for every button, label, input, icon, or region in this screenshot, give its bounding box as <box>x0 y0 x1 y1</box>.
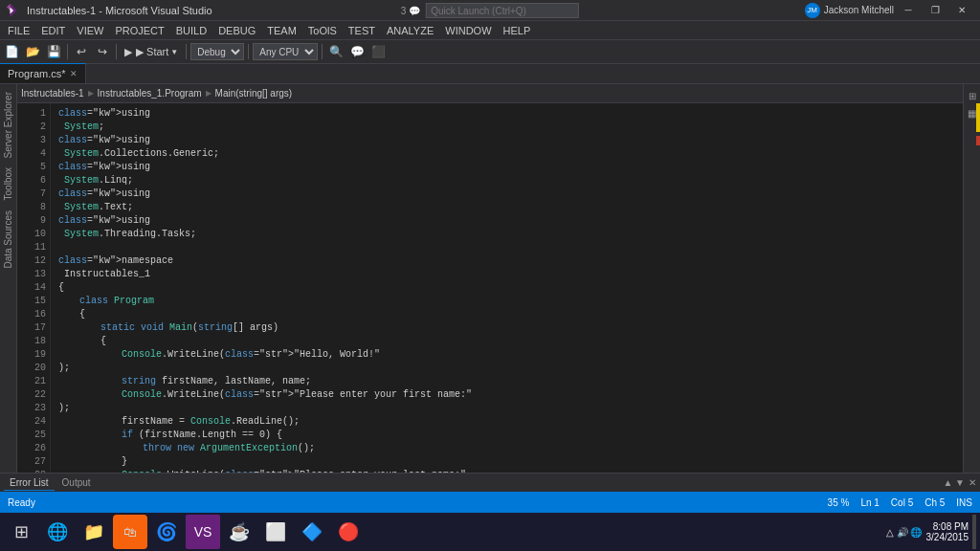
open-button[interactable]: 📂 <box>23 42 42 61</box>
title-text: Instructables-1 - Microsoft Visual Studi… <box>27 5 212 16</box>
nav-method: Main(string[] args) <box>215 88 293 99</box>
menu-item-project[interactable]: PROJECT <box>109 21 169 40</box>
tab-output[interactable]: Output <box>56 475 97 491</box>
menu-item-edit[interactable]: EDIT <box>35 21 71 40</box>
clock-time: 8:08 PM <box>926 521 969 532</box>
clock-date: 3/24/2015 <box>926 532 969 542</box>
close-button[interactable]: ✕ <box>949 1 974 20</box>
menu-item-tools[interactable]: ToOlS <box>302 21 343 40</box>
start-label: ▶ Start <box>136 46 168 58</box>
system-tray-icons: △ 🔊 🌐 <box>886 527 923 538</box>
taskbar-app1-icon[interactable]: 🔷 <box>295 515 329 549</box>
undo-button[interactable]: ↩ <box>72 42 91 61</box>
nav-arrow-2: ▶ <box>206 89 212 98</box>
taskbar-windows-icon[interactable]: ⬜ <box>258 515 293 549</box>
sidebar-item-toolbox[interactable]: Toolbox <box>1 164 15 204</box>
menu-item-debug[interactable]: DEBUG <box>212 21 261 40</box>
menu-item-analyze[interactable]: ANALYZE <box>381 21 439 40</box>
title-search-area: 3 💬 <box>401 3 579 18</box>
taskbar-ie-icon[interactable]: 🌐 <box>40 515 75 549</box>
status-right: 35 % Ln 1 Col 5 Ch 5 INS <box>828 497 972 508</box>
editor-area: Instructables-1 ▶ Instructables_1.Progra… <box>17 84 963 473</box>
bottom-panel-close[interactable]: ✕ <box>969 477 976 488</box>
notification-badge: 3 💬 <box>401 6 420 16</box>
breakpoint-button[interactable]: ⬛ <box>368 42 388 61</box>
platform-select[interactable]: Any CPU <box>253 43 318 60</box>
breadcrumb: Instructables-1 ▶ Instructables_1.Progra… <box>17 84 963 103</box>
user-info: JM Jackson Mitchell <box>805 3 894 18</box>
taskbar-java-icon[interactable]: ☕ <box>222 515 256 549</box>
toolbar: 📄 📂 💾 ↩ ↪ ▶ ▶ Start ▼ Debug Any CPU 🔍 💬 … <box>0 40 980 64</box>
taskbar-app2-icon[interactable]: 🔴 <box>331 515 366 549</box>
menu-item-help[interactable]: HELP <box>498 21 537 40</box>
code-content: 1234567891011121314151617181920212223242… <box>17 103 963 473</box>
sidebar-item-server-explorer[interactable]: Server Explorer <box>1 88 15 162</box>
build-config-select[interactable]: Debug <box>190 43 244 60</box>
user-name: Jackson Mitchell <box>824 5 894 15</box>
play-icon: ▶ <box>124 46 132 58</box>
status-ch: Ch 5 <box>924 497 945 508</box>
start-button[interactable]: ⊞ <box>4 515 38 549</box>
right-sidebar: ⊞ ▦ <box>963 84 980 473</box>
status-ready: Ready <box>8 497 35 508</box>
menu-item-window[interactable]: WINDOW <box>439 21 497 40</box>
quick-launch-input[interactable] <box>426 3 579 18</box>
status-bar: Ready 35 % Ln 1 Col 5 Ch 5 INS <box>0 492 980 513</box>
tab-error-list[interactable]: Error List <box>4 475 55 491</box>
restore-button[interactable]: ❐ <box>923 1 947 20</box>
left-sidebar-tabs: Server Explorer Toolbox Data Sources <box>0 84 17 473</box>
windows-icon: ⊞ <box>14 521 29 542</box>
show-desktop-button[interactable] <box>972 515 976 549</box>
bottom-panel-tabs: Error List Output <box>4 475 97 491</box>
status-left: Ready <box>8 497 820 508</box>
menu-item-team[interactable]: TEAM <box>261 21 302 40</box>
status-col: Col 5 <box>891 497 913 508</box>
bottom-panel-controls: ▲ ▼ ✕ <box>943 477 976 488</box>
windows-taskbar: ⊞ 🌐 📁 🛍 🌀 VS ☕ ⬜ 🔷 🔴 △ 🔊 🌐 8:08 PM 3/24/… <box>0 513 980 551</box>
zoom-level: 35 % <box>828 497 850 508</box>
tab-label: Program.cs* <box>8 68 66 79</box>
bottom-panel: Error List Output ▲ ▼ ✕ <box>0 473 980 492</box>
comment-button[interactable]: 💬 <box>347 42 367 61</box>
vs-icon <box>6 3 21 18</box>
toolbar-separator-2 <box>116 44 117 59</box>
search-button[interactable]: 🔍 <box>326 42 345 61</box>
menu-item-build[interactable]: BUILD <box>170 21 212 40</box>
scrollbar-accent <box>976 84 980 473</box>
start-dropdown-arrow: ▼ <box>170 48 178 56</box>
nav-arrow-1: ▶ <box>88 89 94 98</box>
save-button[interactable]: 💾 <box>44 42 63 61</box>
new-button[interactable]: 📄 <box>2 42 21 61</box>
title-bar-left: Instructables-1 - Microsoft Visual Studi… <box>6 3 212 18</box>
title-bar-controls: JM Jackson Mitchell ─ ❐ ✕ <box>805 1 974 20</box>
tab-program-cs-modified[interactable]: Program.cs* ✕ <box>0 63 86 83</box>
clock: 8:08 PM 3/24/2015 <box>926 521 969 542</box>
menu-item-test[interactable]: TEST <box>343 21 381 40</box>
redo-button[interactable]: ↪ <box>93 42 112 61</box>
scroll-red-marker <box>976 136 980 145</box>
line-numbers: 1234567891011121314151617181920212223242… <box>17 103 51 473</box>
scroll-yellow-marker <box>976 103 980 132</box>
taskbar-chrome-icon[interactable]: 🌀 <box>149 515 184 549</box>
nav-project: Instructables-1 <box>21 88 84 99</box>
document-tabs: Program.cs* ✕ <box>0 64 980 84</box>
bottom-panel-collapse[interactable]: ▲ ▼ <box>943 477 965 488</box>
toolbar-separator-3 <box>186 44 187 59</box>
taskbar-system-tray: △ 🔊 🌐 8:08 PM 3/24/2015 <box>886 515 976 549</box>
menu-bar: FILEEDITVIEWPROJECTBUILDDEBUGTEAMToOlSTE… <box>0 21 980 40</box>
taskbar-vs-icon[interactable]: VS <box>186 515 220 549</box>
sidebar-item-data-sources[interactable]: Data Sources <box>1 207 15 273</box>
minimize-button[interactable]: ─ <box>896 1 921 20</box>
menu-item-file[interactable]: FILE <box>2 21 35 40</box>
status-ins: INS <box>956 497 972 508</box>
start-button[interactable]: ▶ ▶ Start ▼ <box>121 43 182 60</box>
toolbar-separator-5 <box>322 44 323 59</box>
menu-item-view[interactable]: VIEW <box>71 21 109 40</box>
status-line: Ln 1 <box>860 497 879 508</box>
taskbar-store-icon[interactable]: 🛍 <box>113 515 147 549</box>
taskbar-explorer-icon[interactable]: 📁 <box>77 515 111 549</box>
code-editor[interactable]: class="kw">using System;class="kw">using… <box>51 103 963 473</box>
tab-close-icon[interactable]: ✕ <box>70 69 78 78</box>
toolbar-separator-4 <box>248 44 249 59</box>
main-container: Server Explorer Toolbox Data Sources Ins… <box>0 84 980 473</box>
